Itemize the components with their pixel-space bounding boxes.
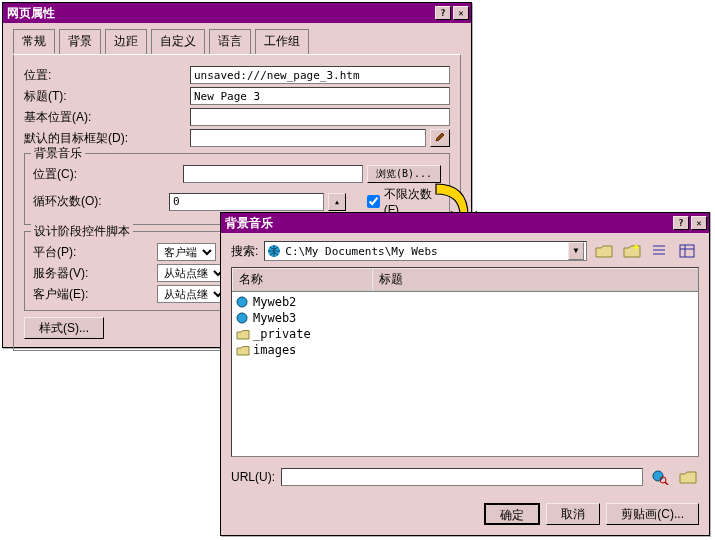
globe-folder-icon [267,244,281,258]
server-select[interactable]: 从站点继 [157,264,227,282]
chevron-down-icon[interactable]: ▼ [568,242,584,260]
platform-select[interactable]: 客户端 [157,243,216,261]
pencil-icon [435,132,445,142]
folder-new-icon [623,243,641,259]
web-browse-button[interactable] [649,467,671,487]
folder-icon [236,328,250,340]
item-name: images [253,343,296,357]
file-list-header: 名称 标题 [232,268,698,292]
tab-language[interactable]: 语言 [209,29,251,54]
details-view-icon [679,243,697,259]
clipart-button[interactable]: 剪贴画(C)... [606,503,699,525]
web-icon [236,296,250,308]
window-title: 背景音乐 [225,215,671,232]
script-legend: 设计阶段控件脚本 [31,223,133,240]
title-input[interactable] [190,87,450,105]
style-button[interactable]: 样式(S)... [24,317,104,339]
svg-rect-4 [680,245,694,257]
ok-button[interactable]: 确定 [484,503,540,525]
base-input[interactable] [190,108,450,126]
list-view-button[interactable] [649,241,671,261]
loop-label: 循环次数(O): [33,193,165,210]
help-button[interactable]: ? [673,216,689,230]
tab-general[interactable]: 常规 [13,29,55,54]
item-name: _private [253,327,311,341]
bgm-browse-button[interactable]: 浏览(B)... [367,165,441,183]
file-browse-button[interactable] [677,467,699,487]
new-folder-button[interactable] [621,241,643,261]
platform-label: 平台(P): [33,244,153,261]
item-name: Myweb2 [253,295,296,309]
list-item[interactable]: images [234,342,696,358]
search-label: 搜索: [231,243,258,260]
list-item[interactable]: _private [234,326,696,342]
tab-custom[interactable]: 自定义 [151,29,205,54]
bg-music-legend: 背景音乐 [31,145,85,162]
svg-point-8 [237,313,247,323]
spin-up-button[interactable]: ▴ [328,193,346,211]
bgm-location-input[interactable] [183,165,363,183]
url-row: URL(U): [221,457,709,493]
bg-music-browse-dialog: 背景音乐 ? ✕ 搜索: C:\My Documents\My Webs ▼ 名… [220,212,710,536]
list-view-icon [651,243,669,259]
lookin-value: C:\My Documents\My Webs [285,245,564,258]
folder-up-icon [595,243,613,259]
svg-point-7 [237,297,247,307]
svg-line-11 [665,482,668,485]
column-title[interactable]: 标题 [372,268,698,291]
url-label: URL(U): [231,470,275,484]
location-label: 位置: [24,67,186,84]
tab-background[interactable]: 背景 [59,29,101,54]
frame-label: 默认的目标框架(D): [24,130,186,147]
title-label: 标题(T): [24,88,186,105]
web-icon [236,312,250,324]
close-button[interactable]: ✕ [691,216,707,230]
help-button[interactable]: ? [435,6,451,20]
bgm-location-label: 位置(C): [33,166,179,183]
lookin-combo[interactable]: C:\My Documents\My Webs ▼ [264,241,587,261]
client-label: 客户端(E): [33,286,153,303]
up-folder-button[interactable] [593,241,615,261]
details-view-button[interactable] [677,241,699,261]
folder-icon [236,344,250,356]
cancel-button[interactable]: 取消 [546,503,600,525]
list-item[interactable]: Myweb3 [234,310,696,326]
window-title: 网页属性 [7,5,433,22]
list-item[interactable]: Myweb2 [234,294,696,310]
tab-margins[interactable]: 边距 [105,29,147,54]
tab-strip: 常规 背景 边距 自定义 语言 工作组 [3,23,471,54]
globe-search-icon [651,469,669,485]
location-input[interactable] [190,66,450,84]
titlebar: 网页属性 ? ✕ [3,3,471,23]
loop-input[interactable] [169,193,324,211]
column-name[interactable]: 名称 [232,268,372,291]
close-button[interactable]: ✕ [453,6,469,20]
titlebar: 背景音乐 ? ✕ [221,213,709,233]
toolbar: 搜索: C:\My Documents\My Webs ▼ [221,233,709,267]
file-list: 名称 标题 Myweb2Myweb3_privateimages [231,267,699,457]
unlimited-checkbox[interactable] [367,195,380,208]
frame-input[interactable] [190,129,426,147]
tab-workgroup[interactable]: 工作组 [255,29,309,54]
frame-picker-button[interactable] [430,129,450,147]
folder-open-icon [679,469,697,485]
server-label: 服务器(V): [33,265,153,282]
url-input[interactable] [281,468,643,486]
dialog-buttons: 确定 取消 剪贴画(C)... [221,493,709,525]
base-label: 基本位置(A): [24,109,186,126]
svg-point-9 [653,471,663,481]
file-list-body: Myweb2Myweb3_privateimages [232,292,698,360]
item-name: Myweb3 [253,311,296,325]
client-select[interactable]: 从站点继 [157,285,227,303]
